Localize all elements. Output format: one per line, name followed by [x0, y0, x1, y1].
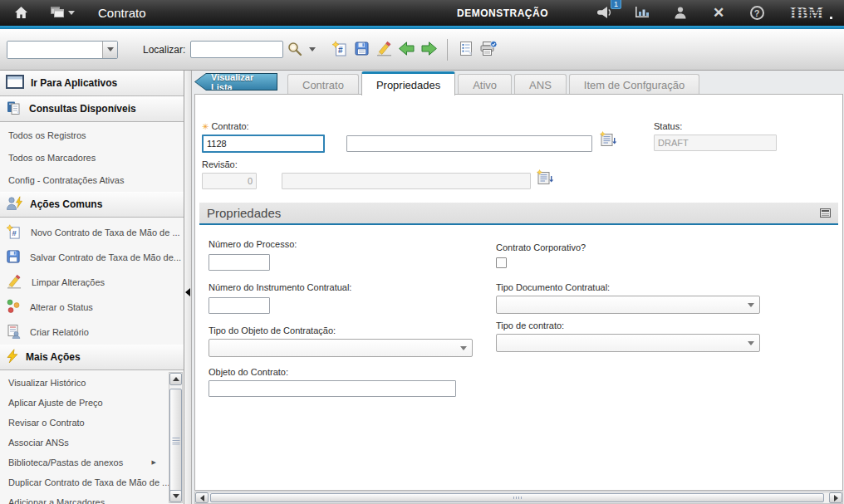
more-action-aplicar-ajuste[interactable]: Aplicar Ajuste de Preço — [0, 393, 166, 413]
localizar-label: Localizar: — [143, 44, 185, 56]
numero-instrumento-input[interactable] — [209, 297, 270, 314]
more-action-label: Duplicar Contrato de Taxa de Mão de ... — [8, 472, 169, 492]
action-limpar-alteracoes[interactable]: Limpar Alterações — [0, 270, 184, 295]
collapse-sidebar-arrow-icon[interactable] — [185, 288, 190, 296]
tipo-objeto-dropdown[interactable] — [209, 339, 473, 357]
save-icon — [354, 41, 370, 58]
tipo-documento-dropdown[interactable] — [496, 296, 760, 314]
go-to-menu-button[interactable] — [50, 2, 75, 24]
query-item-config-contratacoes-ativas[interactable]: Config - Contratações Ativas — [0, 169, 184, 192]
tab-propriedades[interactable]: Propriedades — [361, 71, 455, 95]
more-action-duplicar-contrato[interactable]: Duplicar Contrato de Taxa de Mão de ... — [0, 472, 166, 492]
applications-windows-icon — [50, 6, 65, 20]
contrato-description-input[interactable] — [346, 135, 592, 152]
propriedades-section-header: Propriedades — [199, 203, 838, 225]
combo-dropdown-button[interactable] — [102, 42, 117, 58]
announcements-button[interactable]: 1 — [593, 2, 615, 24]
tab-contrato[interactable]: Contrato — [287, 74, 359, 95]
tab-ans[interactable]: ANS — [514, 74, 567, 95]
tipo-contrato-dropdown[interactable] — [496, 334, 760, 352]
query-item-todos-os-registros[interactable]: Todos os Registros — [0, 125, 184, 147]
scroll-left-button[interactable] — [195, 492, 209, 503]
search-input[interactable] — [190, 41, 283, 58]
contrato-corporativo-checkbox[interactable] — [496, 257, 507, 268]
contrato-corporativo-label: Contrato Corporativo? — [496, 242, 586, 252]
sidebar-item-go-to-applications[interactable]: Ir Para Aplicativos — [0, 71, 184, 96]
topbar: Contrato DEMONSTRAÇÃO 1 ✕ — [0, 0, 844, 26]
next-record-button[interactable] — [418, 38, 440, 61]
minimize-section-button[interactable] — [820, 208, 831, 218]
svg-text:#: # — [12, 228, 17, 237]
view-list-button[interactable]: Visualizar Lista — [194, 73, 277, 91]
notification-badge: 1 — [611, 0, 621, 9]
queries-header-label: Consultas Disponíveis — [29, 103, 136, 115]
eraser-pencil-icon — [375, 41, 393, 58]
home-icon — [14, 6, 28, 21]
new-record-button[interactable]: # — [328, 38, 351, 61]
new-record-icon: # — [331, 41, 348, 59]
arrow-right-icon — [420, 41, 438, 58]
tab-row: Visualizar Lista Contrato Propriedades A… — [193, 71, 844, 95]
clear-changes-button[interactable] — [373, 38, 395, 61]
action-alterar-status[interactable]: Alterar o Status — [0, 295, 184, 320]
tab-ativo[interactable]: Ativo — [458, 74, 512, 95]
triangle-down-icon — [173, 494, 179, 498]
scrollbar-thumb[interactable] — [169, 389, 182, 493]
more-action-biblioteca-anexos[interactable]: Biblioteca/Pastas de anexos ▶ — [0, 453, 166, 472]
queries-section-header[interactable]: Consultas Disponíveis — [0, 96, 184, 122]
submenu-arrow-icon: ▶ — [152, 453, 156, 472]
horizontal-scrollbar[interactable] — [194, 492, 843, 504]
chevron-down-icon — [107, 47, 114, 51]
previous-record-button[interactable] — [395, 38, 418, 61]
more-action-label: Associar ANSs — [8, 433, 69, 453]
sidebar: Ir Para Aplicativos Consultas Disponívei… — [0, 71, 184, 504]
combo-input[interactable] — [7, 42, 102, 58]
revisao-description-input — [282, 173, 531, 189]
contrato-input[interactable] — [202, 135, 325, 153]
revisao-input — [202, 173, 257, 189]
tab-content: ✳Contrato: Status: Revisão: Propriedades — [194, 94, 843, 491]
action-save-contract[interactable]: Salvar Contrato de Taxa de Mão de... — [0, 245, 184, 270]
chevron-down-icon — [748, 341, 754, 345]
save-button[interactable] — [351, 38, 373, 61]
more-action-adicionar-marcadores[interactable]: Adicionar a Marcadores — [0, 492, 166, 504]
triangle-up-icon — [173, 377, 179, 381]
report-center-button[interactable] — [631, 2, 653, 24]
query-item-todos-os-marcadores[interactable]: Todos os Marcadores — [0, 147, 184, 169]
scroll-up-button[interactable] — [169, 373, 182, 385]
more-action-visualizar-historico[interactable]: Visualizar Histórico — [0, 373, 166, 393]
numero-processo-input[interactable] — [209, 254, 270, 271]
reports-button[interactable] — [454, 38, 477, 61]
tab-item-de-configuracao[interactable]: Item de Confguração — [569, 74, 699, 95]
long-description-button[interactable] — [536, 169, 554, 188]
print-button[interactable] — [477, 38, 499, 61]
record-combobox[interactable] — [7, 41, 118, 59]
person-lightning-icon — [6, 196, 23, 213]
common-actions-header-label: Ações Comuns — [30, 198, 102, 210]
more-action-revisar-contrato[interactable]: Revisar o Contrato — [0, 413, 166, 433]
objeto-contrato-input[interactable] — [209, 380, 456, 397]
numero-processo-label: Número do Processo: — [209, 239, 297, 249]
sign-out-button[interactable]: ✕ — [708, 2, 729, 24]
thumb-grip — [172, 438, 179, 445]
help-button[interactable]: ? — [746, 2, 768, 24]
search-options-button[interactable] — [306, 38, 318, 61]
section-title: Propriedades — [207, 206, 281, 220]
action-criar-relatorio[interactable]: Criar Relatório — [0, 320, 184, 345]
sidebar-scrollbar[interactable] — [169, 372, 183, 503]
search-button[interactable] — [283, 38, 306, 61]
chevron-down-icon — [748, 303, 754, 307]
profile-button[interactable] — [670, 2, 691, 24]
svg-text:#: # — [338, 46, 343, 55]
action-new-contract[interactable]: # Novo Contrato de Taxa de Mão de ... — [0, 220, 184, 245]
home-button[interactable] — [10, 2, 32, 24]
scroll-right-button[interactable] — [829, 492, 842, 503]
scrollbar-thumb[interactable] — [210, 493, 824, 502]
sidebar-splitter[interactable] — [184, 71, 192, 504]
arrow-left-icon — [398, 41, 415, 58]
long-description-button[interactable] — [599, 131, 617, 149]
new-record-icon: # — [6, 224, 22, 242]
scroll-down-button[interactable] — [169, 490, 182, 502]
thumb-grip — [513, 497, 522, 499]
more-action-associar-anss[interactable]: Associar ANSs — [0, 433, 166, 453]
